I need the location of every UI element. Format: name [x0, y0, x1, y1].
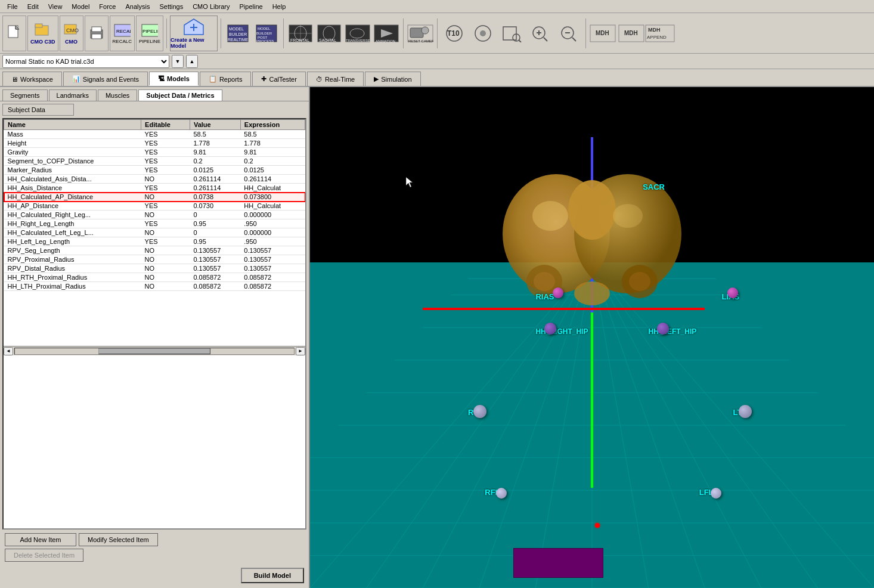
recalc-button[interactable]: RECALC RECALC	[110, 16, 135, 51]
tab-reports[interactable]: 📋 Reports	[200, 72, 252, 86]
table-cell-editable: NO	[141, 193, 190, 202]
menu-item-cmo-library[interactable]: CMO Library	[188, 2, 234, 11]
new-document-button[interactable]	[2, 16, 26, 51]
table-row[interactable]: Marker_RadiusYES0.01250.0125	[4, 166, 305, 175]
tab-simulation[interactable]: ▶ Simulation	[365, 72, 420, 86]
table-row[interactable]: HH_LTH_Proximal_RadiusNO0.0858720.085872	[4, 282, 305, 291]
zoom-in-button[interactable]	[526, 16, 554, 51]
table-row[interactable]: HH_Calculated_Right_Leg...NO00.000000	[4, 211, 305, 219]
svg-rect-10	[92, 34, 101, 39]
modify-selected-button[interactable]: Modify Selected Item	[79, 533, 158, 546]
table-cell-value: 1.778	[190, 139, 240, 148]
print-icon	[88, 25, 105, 42]
subtab-muscles[interactable]: Muscles	[98, 89, 137, 101]
cmo-label: CMO	[65, 39, 78, 45]
subtab-segments[interactable]: Segments	[2, 89, 48, 101]
table-cell-editable: NO	[141, 273, 190, 282]
table-row[interactable]: HH_Left_Leg_LengthYES0.95.950	[4, 237, 305, 246]
print-button[interactable]	[85, 16, 109, 51]
tab-caltester[interactable]: ✚ CalTester	[252, 72, 305, 86]
tab-workspace[interactable]: 🖥 Workspace	[2, 72, 62, 86]
svg-text:CMO: CMO	[66, 27, 79, 33]
subtab-landmarks[interactable]: Landmarks	[49, 89, 97, 101]
transverse-view-button[interactable]: TRANSVERSE	[344, 16, 371, 51]
table-row[interactable]: MassYES58.558.5	[4, 130, 305, 139]
mdh-append-button[interactable]: MDH APPEND	[646, 16, 674, 51]
table-cell-expression: 0.000000	[240, 228, 305, 237]
table-row[interactable]: GravityYES9.819.81	[4, 148, 305, 157]
sagittal-view-button[interactable]: SAGITAL	[315, 16, 343, 51]
animation-button[interactable]: ANIMATION	[373, 16, 400, 51]
label-hh-right-hip: HH_RIGHT_HIP	[535, 327, 588, 336]
cmo-c3d-button[interactable]: CMO C3D	[27, 16, 58, 51]
tab-signals-and-events[interactable]: 📊 Signals and Events	[63, 72, 148, 86]
table-cell-editable: YES	[141, 157, 190, 166]
table-cell-value: 0.95	[190, 219, 240, 228]
section-header-label: Subject Data	[8, 106, 45, 113]
svg-point-48	[480, 30, 486, 36]
table-row[interactable]: HH_RTH_Proximal_RadiusNO0.0858720.085872	[4, 273, 305, 282]
table-row[interactable]: RPV_Proximal_RadiusNO0.1305570.130557	[4, 255, 305, 264]
horizontal-scrollbar[interactable]: ◄ ►	[4, 346, 305, 355]
mdh2-button[interactable]: MDH	[618, 16, 645, 51]
zoom-out-button[interactable]	[555, 16, 582, 51]
table-cell-name: HH_LTH_Proximal_Radius	[4, 282, 141, 291]
menu-item-analysis[interactable]: Analysis	[120, 2, 154, 11]
model-builder-post-button[interactable]: MODEL BUILDER POST PROCESS	[253, 16, 280, 51]
table-row[interactable]: HH_Calculated_Left_Leg_L...NO00.000000	[4, 228, 305, 237]
table-cell-expression: HH_Calculat	[240, 202, 305, 211]
table-row[interactable]: Segment_to_COFP_DistanceYES0.20.2	[4, 157, 305, 166]
menu-item-edit[interactable]: Edit	[23, 2, 44, 11]
svg-text:TRANSVERSE: TRANSVERSE	[346, 39, 370, 42]
build-model-button[interactable]: Build Model	[241, 568, 304, 583]
toolbar-sep-6	[585, 18, 586, 48]
cmo-button[interactable]: CMO CMO	[60, 16, 83, 51]
pipeline-button[interactable]: PIPELINE PIPELINE	[136, 16, 163, 51]
table-row[interactable]: RPV_Seg_LengthNO0.1305570.130557	[4, 246, 305, 255]
mdh1-button[interactable]: MDH	[589, 16, 616, 51]
model-builder-realtime-button[interactable]: MODEL BUILDER REALTIME	[224, 16, 252, 51]
table-body: MassYES58.558.5HeightYES1.7781.778Gravit…	[4, 130, 305, 291]
menu-item-view[interactable]: View	[44, 2, 67, 11]
purple-platform	[513, 548, 603, 578]
viewport[interactable]: SACR RIAS LIAS HH_RIGHT_HIP HH_LEFT_HIP …	[310, 87, 874, 588]
pipeline-icon: PIPELINE	[141, 22, 158, 39]
table-cell-name: HH_Asis_Distance	[4, 184, 141, 193]
table-scroll[interactable]: Name Editable Value Expression MassYES58…	[4, 119, 305, 346]
menu-item-model[interactable]: Model	[67, 2, 94, 11]
svg-text:FRONTAL: FRONTAL	[290, 38, 309, 42]
menu-item-pipeline[interactable]: Pipeline	[235, 2, 268, 11]
subtab-subject-data[interactable]: Subject Data / Metrics	[138, 89, 222, 101]
scroll-left-button[interactable]: ◄	[4, 347, 13, 355]
table-row[interactable]: HH_Calculated_Asis_Dista...NO0.2611140.2…	[4, 175, 305, 184]
scrollbar-thumb[interactable]	[98, 348, 210, 354]
create-new-model-button[interactable]: Create a New Model	[170, 16, 218, 51]
tab-realtime[interactable]: ⏱ Real-Time	[307, 72, 364, 86]
table-row[interactable]: RPV_Distal_RadiusNO0.1305570.130557	[4, 264, 305, 273]
zoom-region-button[interactable]	[498, 16, 525, 51]
table-cell-value: 0.130557	[190, 246, 240, 255]
frontal-view-button[interactable]: FRONTAL	[287, 16, 314, 51]
reset-camera-button[interactable]: RESET CAMERA	[407, 16, 434, 51]
zoom-fit-button[interactable]	[469, 16, 497, 51]
t10-button[interactable]: T10	[441, 16, 468, 51]
up-button[interactable]: ▲	[186, 55, 198, 68]
menu-item-help[interactable]: Help	[268, 2, 291, 11]
table-row[interactable]: HH_Calculated_AP_DistanceNO0.07380.07380…	[4, 193, 305, 202]
tab-models[interactable]: 🏗 Models	[149, 72, 199, 86]
table-row[interactable]: HH_Asis_DistanceYES0.261114HH_Calculat	[4, 184, 305, 193]
file-selector[interactable]: Normal Static no KAD trial.c3d	[2, 55, 169, 68]
table-row[interactable]: HH_AP_DistanceYES0.0730HH_Calculat	[4, 202, 305, 211]
menu-item-settings[interactable]: Settings	[154, 2, 188, 11]
table-cell-editable: YES	[141, 202, 190, 211]
menu-item-file[interactable]: File	[2, 2, 23, 11]
scrollbar-track[interactable]	[14, 348, 295, 355]
add-new-item-button[interactable]: Add New Item	[5, 533, 76, 546]
table-row[interactable]: HH_Right_Leg_LengthYES0.95.950	[4, 219, 305, 228]
table-cell-expression: .950	[240, 237, 305, 246]
scroll-right-button[interactable]: ►	[296, 347, 305, 355]
browse-button[interactable]: ▼	[172, 55, 184, 68]
table-row[interactable]: HeightYES1.7781.778	[4, 139, 305, 148]
menu-item-force[interactable]: Force	[94, 2, 120, 11]
delete-selected-button[interactable]: Delete Selected Item	[5, 549, 83, 562]
